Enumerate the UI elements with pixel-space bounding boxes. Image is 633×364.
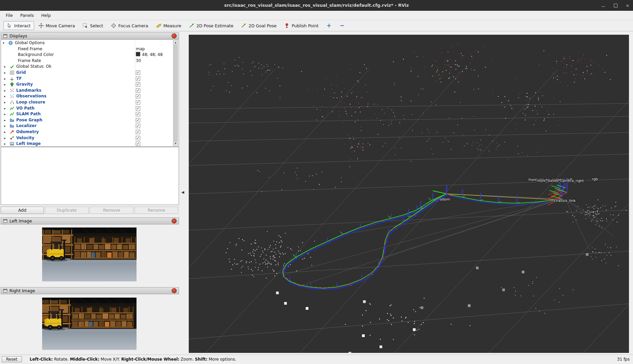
enable-checkbox[interactable]: ✓: [136, 124, 140, 128]
3d-viewport[interactable]: front_stereo_camera_leftfront_stereo_cam…: [189, 35, 629, 353]
tree-item-grid[interactable]: ▸Grid✓: [1, 70, 173, 76]
tree-item-velocity[interactable]: ▸Velocity✓: [1, 135, 173, 141]
menu-panels[interactable]: Panels: [17, 11, 37, 19]
tool-label: Publish Point: [292, 23, 319, 28]
property-value[interactable]: 30: [136, 58, 141, 64]
tree-item-landmarks[interactable]: ▸Landmarks✓: [1, 88, 173, 94]
expander-icon[interactable]: ▸: [4, 105, 6, 112]
right-image-panel-title: Right Image: [9, 288, 170, 293]
expander-icon[interactable]: ▸: [4, 93, 6, 99]
tool-measure[interactable]: Measure: [153, 21, 185, 30]
tool-focus-camera[interactable]: Focus Camera: [108, 21, 152, 30]
tree-item-observations[interactable]: ▸Observations✓: [1, 93, 173, 99]
tool-interact[interactable]: Interact: [3, 21, 34, 30]
remove-tool-button[interactable]: [336, 21, 348, 30]
tree-item-localizer[interactable]: ▸Localizer✓: [1, 123, 173, 129]
maximize-button[interactable]: [612, 2, 619, 9]
tree-item-label: Pose Graph: [16, 117, 42, 123]
globe-icon: [8, 41, 13, 45]
expander-icon[interactable]: ▸: [4, 111, 6, 117]
tree-item-global-options[interactable]: ▾Global Options: [1, 40, 173, 46]
tree-item-vo-path[interactable]: ▸VO Path✓: [1, 105, 173, 112]
reset-button[interactable]: Reset: [2, 356, 22, 362]
tree-item-label: Grid: [16, 70, 26, 76]
tree-item-label: VO Path: [16, 105, 34, 112]
property-value[interactable]: map: [136, 46, 145, 52]
enable-checkbox[interactable]: ✓: [136, 130, 140, 134]
enable-checkbox[interactable]: ✓: [136, 100, 140, 104]
tree-item-label: Velocity: [16, 135, 34, 141]
tree-scrollbar[interactable]: ▲ ▼: [173, 40, 178, 146]
property-value[interactable]: 48; 48; 48: [136, 52, 163, 58]
expander-icon[interactable]: ▸: [4, 82, 6, 88]
right-image-panel-header[interactable]: Right Image: [1, 287, 179, 294]
add-tool-button[interactable]: [323, 21, 335, 30]
menu-file[interactable]: File: [2, 11, 17, 19]
enable-checkbox[interactable]: ✓: [136, 112, 140, 116]
publish-point-icon: [284, 23, 290, 28]
enable-checkbox[interactable]: ✓: [136, 70, 140, 75]
expander-icon[interactable]: ▾: [3, 40, 4, 46]
enable-checkbox[interactable]: ✓: [136, 94, 140, 98]
expander-icon[interactable]: ▸: [4, 76, 6, 82]
menu-help[interactable]: Help: [37, 11, 55, 19]
expander-icon[interactable]: ▸: [4, 64, 6, 70]
enable-checkbox[interactable]: ✓: [136, 136, 140, 140]
tool-publish-point[interactable]: Publish Point: [281, 21, 322, 30]
expander-icon[interactable]: ▸: [4, 123, 6, 129]
tree-item-label: Odometry: [16, 129, 39, 135]
expander-icon[interactable]: ▸: [4, 70, 6, 76]
tree-item-loop-closure[interactable]: ▸Loop closure✓: [1, 99, 173, 105]
add-display-button[interactable]: Add: [1, 207, 44, 214]
folder-icon: [10, 124, 14, 128]
tree-item-tf[interactable]: ▸TF✓: [1, 76, 173, 82]
tree-property-fixed-frame[interactable]: Fixed Framemap: [1, 46, 173, 52]
expander-icon[interactable]: ▸: [4, 135, 6, 141]
remove-display-button: Remove: [90, 207, 133, 214]
panel-icon: [3, 289, 7, 293]
minimize-button[interactable]: [600, 2, 607, 9]
left-image-panel-close-button[interactable]: [172, 218, 177, 223]
scrollbar-thumb[interactable]: [174, 45, 178, 141]
left-image-panel-header[interactable]: Left Image: [1, 217, 179, 224]
minimize-icon: [602, 6, 605, 7]
tool-move-camera[interactable]: Move Camera: [35, 21, 79, 30]
expander-icon[interactable]: ▸: [4, 117, 6, 123]
select-icon: [83, 23, 88, 28]
expander-icon[interactable]: ▸: [4, 88, 6, 94]
enable-checkbox[interactable]: ✓: [136, 88, 140, 93]
scroll-down-icon[interactable]: ▼: [173, 141, 178, 146]
enable-checkbox[interactable]: ✓: [136, 118, 140, 122]
enable-checkbox[interactable]: ✓: [136, 106, 140, 111]
tree-item-slam-path[interactable]: ▸SLAM Path✓: [1, 111, 173, 117]
landmarks-icon: [10, 88, 14, 93]
expander-icon[interactable]: ▸: [4, 99, 6, 105]
tool-select[interactable]: Select: [79, 21, 107, 30]
close-button[interactable]: ×: [624, 2, 631, 9]
panel-collapse-icon[interactable]: ◀: [181, 190, 184, 194]
tree-item-gravity[interactable]: ▸Gravity✓: [1, 82, 173, 88]
tool-2d-goal-pose[interactable]: 2D Goal Pose: [238, 21, 280, 30]
tree-item-global-status[interactable]: ▸Global Status: Ok: [1, 64, 173, 70]
path-icon: [10, 106, 14, 111]
tool-2d-pose-estimate[interactable]: 2D Pose Estimate: [186, 21, 237, 30]
scroll-up-icon[interactable]: ▲: [173, 40, 178, 45]
displays-panel-header[interactable]: Displays: [1, 32, 179, 39]
tree-item-label: Frame Rate: [18, 58, 41, 64]
tree-property-frame-rate[interactable]: Frame Rate30: [1, 58, 173, 64]
right-image-panel-close-button[interactable]: [172, 288, 177, 293]
tree-item-left-image[interactable]: ▸Left Image✓: [1, 141, 173, 147]
enable-checkbox[interactable]: ✓: [136, 82, 140, 87]
svg-text:odom: odom: [440, 197, 450, 202]
check-icon: [10, 64, 14, 69]
expander-icon[interactable]: ▸: [4, 129, 6, 135]
tree-property-background-color[interactable]: Background Color48; 48; 48: [1, 52, 173, 58]
folder-icon: [10, 118, 14, 122]
displays-panel-close-button[interactable]: [172, 33, 177, 38]
expander-icon[interactable]: ▸: [4, 141, 6, 147]
enable-checkbox[interactable]: ✓: [136, 142, 140, 146]
tree-item-pose-graph[interactable]: ▸Pose Graph✓: [1, 117, 173, 123]
tool-label: Measure: [163, 23, 181, 28]
enable-checkbox[interactable]: ✓: [136, 77, 140, 81]
tree-item-odometry[interactable]: ▸Odometry✓: [1, 129, 173, 135]
